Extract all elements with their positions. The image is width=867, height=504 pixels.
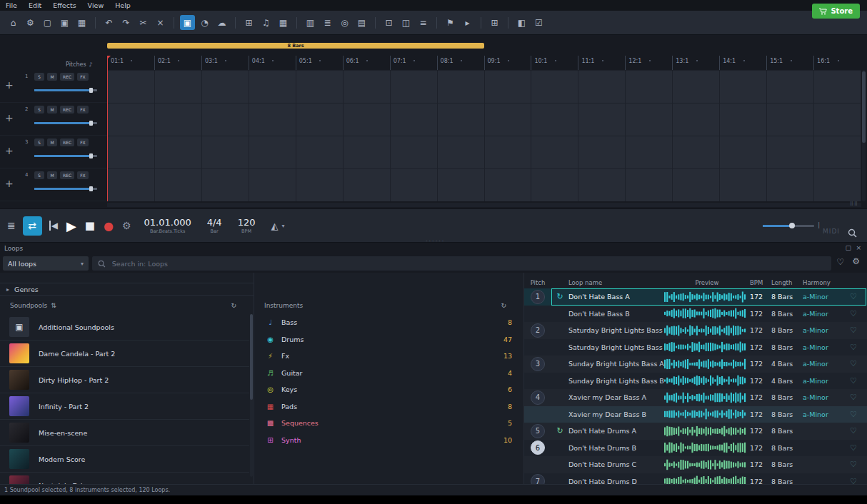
toolbar-icon[interactable] bbox=[95, 17, 96, 29]
playhead-marker[interactable] bbox=[107, 56, 111, 59]
loop-row[interactable]: 7 Don't Hate Drums D 172 8 Bars ♡ bbox=[524, 473, 867, 485]
toolbar-icon[interactable] bbox=[436, 17, 437, 29]
soundpool-scrollbar[interactable] bbox=[250, 314, 253, 477]
pitch-badge[interactable]: 7 bbox=[531, 474, 545, 484]
toolbar-icon[interactable]: ▤ bbox=[354, 15, 369, 30]
pitch-badge[interactable]: 6 bbox=[531, 440, 545, 455]
search-input[interactable] bbox=[111, 259, 826, 268]
instrument-item[interactable]: ▦ Pads 8 bbox=[254, 398, 523, 415]
play-button[interactable]: ▶ bbox=[66, 218, 76, 233]
favorite-heart-icon[interactable]: ♡ bbox=[840, 393, 867, 402]
solo-button[interactable]: S bbox=[34, 73, 44, 81]
instrument-item[interactable]: ♬ Guitar 4 bbox=[254, 365, 523, 382]
record-arm-button[interactable]: REC bbox=[60, 73, 74, 81]
toolbar-icon[interactable]: ◎ bbox=[337, 15, 352, 30]
toolbar-icon[interactable]: ⊞ bbox=[487, 15, 502, 30]
mute-button[interactable]: M bbox=[47, 171, 57, 179]
undock-panel-icon[interactable]: ▢ bbox=[845, 244, 851, 251]
toolbar-icon[interactable]: ◧ bbox=[514, 15, 529, 30]
transport-settings-icon[interactable]: ⚙ bbox=[122, 220, 131, 231]
menu-item[interactable]: Edit bbox=[29, 1, 41, 9]
volume-knob[interactable] bbox=[789, 223, 795, 228]
mute-button[interactable]: M bbox=[47, 73, 57, 81]
reset-filter-icon[interactable]: ↻ bbox=[231, 302, 236, 309]
horizontal-scrollbar[interactable]: ⠿⠿ bbox=[107, 203, 861, 207]
toolbar-icon[interactable]: ▦ bbox=[276, 15, 291, 30]
store-button[interactable]: Store bbox=[812, 4, 860, 19]
menu-item[interactable]: Effects bbox=[53, 1, 76, 9]
tempo-display[interactable]: 120 BPM bbox=[238, 217, 256, 234]
favorite-heart-icon[interactable]: ♡ bbox=[840, 343, 867, 352]
vertical-scrollbar[interactable] bbox=[862, 70, 866, 201]
menu-item[interactable]: File bbox=[6, 1, 17, 9]
loop-row[interactable]: Saturday Bright Lights Bass B 172 8 Bars… bbox=[524, 339, 867, 356]
favorite-heart-icon[interactable]: ♡ bbox=[840, 426, 867, 435]
pitch-badge[interactable]: 2 bbox=[531, 323, 545, 338]
record-arm-button[interactable]: REC bbox=[60, 171, 74, 179]
soundpool-item[interactable]: Nostalgia Drive bbox=[0, 473, 249, 484]
instrument-item[interactable]: ▩ Sequences 5 bbox=[254, 415, 523, 432]
genres-section-toggle[interactable]: ▸ Genres bbox=[0, 283, 254, 296]
fx-button[interactable]: FX bbox=[77, 171, 89, 179]
pitch-badge[interactable]: 1 bbox=[531, 290, 545, 304]
soundpool-item[interactable]: Dirty HipHop - Part 2 bbox=[0, 367, 249, 393]
loop-row[interactable]: Sunday Bright Lights Bass B 172 4 Bars a… bbox=[524, 373, 867, 390]
record-arm-button[interactable]: REC bbox=[60, 106, 74, 114]
record-button[interactable]: ● bbox=[104, 219, 114, 233]
loop-range-bar[interactable]: 8 Bars bbox=[107, 43, 484, 49]
mute-button[interactable]: M bbox=[47, 106, 57, 114]
solo-button[interactable]: S bbox=[34, 171, 44, 179]
toolbar-icon[interactable]: ✂ bbox=[136, 15, 151, 30]
toolbar-icon[interactable]: ♫ bbox=[259, 15, 274, 30]
toolbar-icon[interactable]: ▣ bbox=[57, 15, 72, 30]
toolbar-icon[interactable]: ↶ bbox=[101, 15, 116, 30]
toolbar-icon[interactable] bbox=[235, 17, 236, 29]
pitch-badge[interactable]: 4 bbox=[531, 390, 545, 405]
soundpool-item[interactable]: Dame Candela - Part 2 bbox=[0, 341, 249, 367]
toolbar-icon[interactable]: ⚙ bbox=[23, 15, 38, 30]
track-volume-slider[interactable] bbox=[34, 188, 97, 190]
metronome-button[interactable]: ◭ ▾ bbox=[271, 221, 284, 231]
favorite-heart-icon[interactable]: ♡ bbox=[840, 292, 867, 301]
column-header-pitch[interactable]: Pitch bbox=[524, 279, 551, 286]
toolbar-icon[interactable] bbox=[296, 17, 297, 29]
solo-button[interactable]: S bbox=[34, 138, 44, 146]
slider-knob[interactable] bbox=[89, 153, 93, 158]
loop-row[interactable]: 4 Xavier my Dear Bass A 172 8 Bars a-Min… bbox=[524, 389, 867, 406]
toolbar-icon[interactable]: ▣ bbox=[180, 15, 195, 30]
favorite-heart-icon[interactable]: ♡ bbox=[840, 443, 867, 453]
mute-button[interactable]: M bbox=[47, 138, 57, 146]
soundpool-item[interactable]: Modern Score bbox=[0, 446, 249, 473]
loop-row[interactable]: 5 ↻ Don't Hate Drums A 172 8 Bars ♡ bbox=[524, 423, 867, 440]
fx-button[interactable]: FX bbox=[77, 138, 89, 146]
soundpool-item[interactable]: Infinity - Part 2 bbox=[0, 393, 249, 420]
toolbar-icon[interactable]: ⌂ bbox=[6, 15, 21, 30]
loop-row[interactable]: Don't Hate Drums C 172 8 Bars ♡ bbox=[524, 456, 867, 473]
add-track-button[interactable]: + bbox=[5, 145, 14, 156]
add-track-button[interactable]: + bbox=[5, 178, 14, 189]
column-header-bpm[interactable]: BPM bbox=[750, 279, 771, 286]
favorites-filter-icon[interactable]: ♡ bbox=[836, 257, 844, 267]
favorite-heart-icon[interactable]: ♡ bbox=[840, 410, 867, 419]
favorite-heart-icon[interactable]: ♡ bbox=[840, 326, 867, 335]
favorite-heart-icon[interactable]: ♡ bbox=[840, 359, 867, 368]
loop-toggle-button[interactable]: ⇄ bbox=[23, 216, 42, 236]
menu-item[interactable]: Help bbox=[115, 1, 131, 9]
search-box[interactable] bbox=[92, 256, 831, 271]
instrument-item[interactable]: ⚡ Fx 13 bbox=[254, 348, 523, 365]
loop-row[interactable]: 3 Sunday Bright Lights Bass A 172 4 Bars… bbox=[524, 356, 867, 373]
arrangement-grid[interactable] bbox=[107, 70, 861, 201]
toolbar-icon[interactable]: ≣ bbox=[320, 15, 335, 30]
chevron-down-icon[interactable]: ▾ bbox=[281, 223, 284, 229]
toolbar-icon[interactable]: ▥ bbox=[303, 15, 318, 30]
toolbar-icon[interactable]: ↷ bbox=[119, 15, 134, 30]
favorite-heart-icon[interactable]: ♡ bbox=[840, 477, 867, 484]
loop-row[interactable]: Xavier my Dear Bass B 172 8 Bars a-Minor… bbox=[524, 406, 867, 423]
menu-item[interactable]: View bbox=[88, 1, 104, 9]
toolbar-icon[interactable] bbox=[481, 17, 481, 29]
loops-settings-icon[interactable]: ⚙ bbox=[852, 256, 860, 266]
toolbar-icon[interactable] bbox=[375, 17, 376, 29]
toolbar-icon[interactable]: ◔ bbox=[197, 15, 212, 30]
toolbar-icon[interactable]: ▢ bbox=[40, 15, 55, 30]
toolbar-icon[interactable]: ◫ bbox=[399, 15, 414, 30]
